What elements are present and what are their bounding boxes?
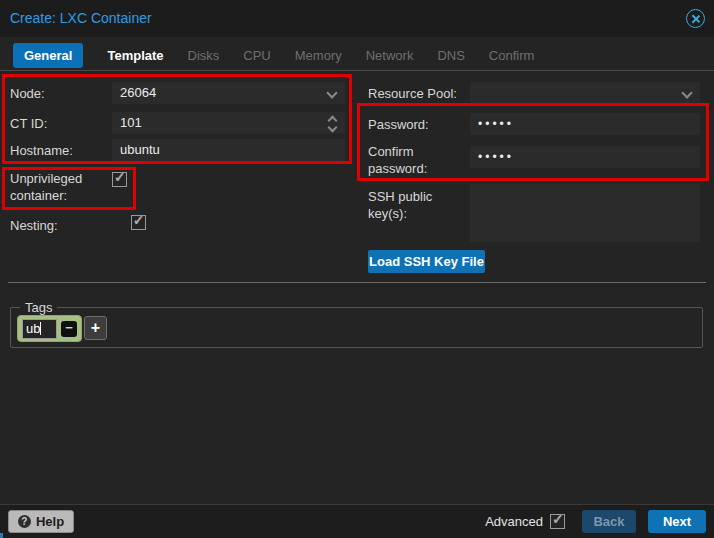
nesting-checkbox[interactable]: ✓ — [131, 215, 146, 230]
create-lxc-container-dialog: Create: LXC Container General Template D… — [0, 0, 714, 538]
resource-pool-combobox[interactable] — [470, 82, 700, 104]
tab-general[interactable]: General — [13, 43, 83, 68]
screen-artifact — [0, 533, 3, 538]
text-cursor — [40, 322, 41, 335]
tag-text-input[interactable]: ub — [22, 319, 57, 339]
tags-fieldset — [10, 307, 703, 348]
add-tag-button[interactable]: + — [84, 316, 107, 340]
tags-legend: Tags — [20, 300, 57, 315]
tag-chip-editing[interactable]: ub − — [17, 315, 82, 342]
node-label: Node: — [10, 85, 110, 102]
back-button[interactable]: Back — [582, 510, 636, 533]
footer-actions: Advanced ✓ Back Next — [485, 510, 706, 533]
check-icon: ✓ — [552, 511, 564, 527]
resource-pool-label: Resource Pool: — [368, 85, 470, 102]
section-divider — [8, 282, 706, 283]
plus-icon: + — [91, 319, 100, 336]
question-icon: ? — [18, 515, 31, 528]
hostname-label: Hostname: — [10, 142, 110, 159]
minus-icon: − — [65, 320, 73, 335]
tab-network: Network — [366, 48, 414, 63]
dialog-title: Create: LXC Container — [10, 0, 152, 37]
load-ssh-key-file-button[interactable]: Load SSH Key File — [368, 250, 485, 273]
dialog-header: Create: LXC Container — [0, 0, 714, 37]
node-combobox[interactable]: 26064 — [112, 82, 345, 104]
unprivileged-container-label: Unprivileged container: — [10, 170, 108, 204]
next-button[interactable]: Next — [648, 510, 706, 533]
tab-memory: Memory — [295, 48, 342, 63]
tab-confirm: Confirm — [489, 48, 535, 63]
tab-cpu: CPU — [243, 48, 270, 63]
chevron-down-icon — [326, 87, 337, 98]
tab-disks: Disks — [188, 48, 220, 63]
ssh-public-keys-textarea[interactable] — [470, 184, 700, 242]
check-icon: ✓ — [114, 169, 126, 185]
ssh-public-keys-label: SSH public key(s): — [368, 188, 466, 222]
password-label: Password: — [368, 116, 468, 133]
help-button[interactable]: ? Help — [8, 510, 74, 533]
wizard-tab-bar: General Template Disks CPU Memory Networ… — [13, 42, 534, 68]
chevron-down-icon — [681, 87, 692, 98]
nesting-label: Nesting: — [10, 217, 110, 234]
advanced-label: Advanced — [485, 514, 543, 529]
unprivileged-container-checkbox[interactable]: ✓ — [112, 172, 127, 187]
confirm-password-label: Confirm password: — [368, 143, 466, 177]
close-icon[interactable] — [686, 9, 705, 28]
spinner-down-icon[interactable] — [328, 123, 338, 133]
ct-id-spinner[interactable]: 101 — [112, 112, 345, 134]
hostname-input[interactable]: ubuntu — [112, 139, 345, 161]
confirm-password-input[interactable]: ••••• — [470, 146, 700, 168]
ct-id-label: CT ID: — [10, 115, 110, 132]
tab-dns: DNS — [437, 48, 464, 63]
advanced-checkbox[interactable]: ✓ — [550, 514, 565, 529]
tab-divider — [0, 70, 714, 71]
password-input[interactable]: ••••• — [470, 113, 700, 135]
remove-tag-button[interactable]: − — [61, 321, 77, 337]
check-icon: ✓ — [133, 212, 145, 228]
tab-template[interactable]: Template — [107, 48, 163, 63]
